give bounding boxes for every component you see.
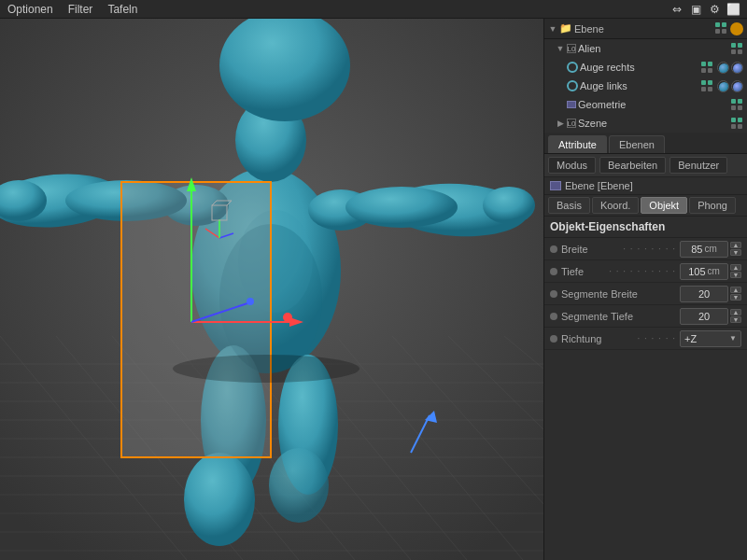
prop-arrow-down-seg-tiefe[interactable]: ▼ xyxy=(730,316,741,323)
expand-icon[interactable]: ▼ xyxy=(548,24,557,34)
prop-value-seg-breite[interactable]: 20 xyxy=(680,286,728,302)
tab-koord[interactable]: Koord. xyxy=(592,197,639,214)
svg-point-36 xyxy=(184,453,255,546)
prop-unit-breite: cm xyxy=(704,244,716,254)
alien-label: Alien xyxy=(578,43,729,54)
tab-ebenen[interactable]: Ebenen xyxy=(609,135,665,153)
scene-item-szene[interactable]: ▶ L0 Szene xyxy=(544,114,747,133)
viewport-3d[interactable] xyxy=(0,19,543,560)
prop-name-richtung: Richtung xyxy=(561,333,633,344)
prop-arrow-up-seg-breite[interactable]: ▲ xyxy=(730,287,741,293)
prop-value-tiefe[interactable]: 105 cm xyxy=(680,263,728,280)
mode-bar: Modus Bearbeiten Benutzer xyxy=(544,154,747,177)
hierarchy-header: ▼ 📁 Ebene xyxy=(544,19,747,39)
tab-attribute[interactable]: Attribute xyxy=(548,135,607,153)
visibility-dots[interactable] xyxy=(715,22,727,35)
scene-item-alien[interactable]: ▼ L0 Alien xyxy=(544,39,747,58)
sphere-preview2-rechts xyxy=(731,62,743,74)
szene-label: Szene xyxy=(578,118,729,129)
alien-expand-icon[interactable]: ▼ xyxy=(556,44,565,53)
object-label-row: Ebene [Ebene] xyxy=(544,177,747,195)
prop-value-container-seg-tiefe: 20 ▲ ▼ xyxy=(680,308,741,325)
prop-row-breite: Breite · · · · · · · · 85 cm ▲ ▼ xyxy=(544,238,747,260)
prop-arrow-down-seg-breite[interactable]: ▼ xyxy=(730,294,741,301)
prop-dot-breite xyxy=(550,245,557,253)
prop-name-seg-breite: Segmente Breite xyxy=(561,288,676,300)
prop-arrow-down-tiefe[interactable]: ▼ xyxy=(730,272,741,278)
prop-arrow-down-breite[interactable]: ▼ xyxy=(730,249,741,256)
auge-links-icons xyxy=(701,80,743,92)
maximize-icon[interactable]: ⬜ xyxy=(726,3,740,16)
object-plane-icon xyxy=(550,181,561,190)
menu-optionen[interactable]: Optionen xyxy=(7,3,53,16)
geo-vis[interactable] xyxy=(731,99,743,111)
right-panel: ▼ 📁 Ebene ▼ L0 Alien xyxy=(543,19,747,560)
prop-value-container-tiefe: 105 cm ▲ ▼ xyxy=(680,263,741,280)
alien-vis-dots[interactable] xyxy=(731,43,743,55)
prop-value-container-richtung: +Z ▼ xyxy=(680,330,741,347)
prop-arrows-seg-breite: ▲ ▼ xyxy=(730,287,741,301)
menu-tafeln[interactable]: Tafeln xyxy=(107,3,137,16)
main-layout: ▼ 📁 Ebene ▼ L0 Alien xyxy=(0,19,747,560)
menu-filter[interactable]: Filter xyxy=(68,3,93,16)
auge-rechts-vis[interactable] xyxy=(701,62,713,74)
prop-dots-richtung: · · · · · · xyxy=(637,333,676,343)
alien-icons xyxy=(731,43,743,55)
viewport-svg xyxy=(0,19,543,560)
svg-point-33 xyxy=(345,187,458,228)
prop-value-seg-tiefe[interactable]: 20 xyxy=(680,308,728,325)
settings-icon[interactable]: ⚙ xyxy=(708,3,721,16)
prop-unit-tiefe: cm xyxy=(708,266,720,276)
auge-rechts-icons xyxy=(701,62,743,74)
prop-arrow-up-breite[interactable]: ▲ xyxy=(730,242,741,248)
menu-bar: Optionen Filter Tafeln ⇔ ▣ ⚙ ⬜ xyxy=(0,0,747,19)
l0-badge-szene: L0 xyxy=(567,119,576,128)
prop-value-breite[interactable]: 85 cm xyxy=(680,241,728,258)
svg-point-37 xyxy=(269,448,329,523)
tab-objekt[interactable]: Objekt xyxy=(641,197,687,214)
geo-plane-icon xyxy=(567,101,576,108)
sphere-preview-links xyxy=(717,80,729,92)
arrows-icon[interactable]: ⇔ xyxy=(670,3,684,16)
prop-arrow-up-tiefe[interactable]: ▲ xyxy=(730,264,741,271)
dropdown-arrow-icon: ▼ xyxy=(729,334,737,343)
szene-vis[interactable] xyxy=(731,118,743,130)
l0-badge-alien: L0 xyxy=(567,44,576,53)
scene-item-auge-rechts[interactable]: Auge rechts xyxy=(544,58,747,77)
menu-icons: ⇔ ▣ ⚙ ⬜ xyxy=(670,3,740,16)
auge-links-label: Auge links xyxy=(580,80,699,91)
auge-rechts-label: Auge rechts xyxy=(580,62,699,73)
sphere-preview2-links xyxy=(731,80,743,92)
tab-basis[interactable]: Basis xyxy=(548,197,590,214)
prop-value-container-breite: 85 cm ▲ ▼ xyxy=(680,241,741,258)
scene-item-geometrie[interactable]: Geometrie xyxy=(544,95,747,114)
bearbeiten-button[interactable]: Bearbeiten xyxy=(599,157,666,174)
prop-arrows-tiefe: ▲ ▼ xyxy=(730,264,741,278)
prop-row-richtung: Richtung · · · · · · +Z ▼ xyxy=(544,328,747,350)
scene-item-auge-links[interactable]: Auge links xyxy=(544,77,747,95)
svg-point-46 xyxy=(247,298,254,305)
svg-point-56 xyxy=(173,355,359,383)
prop-dropdown-richtung[interactable]: +Z ▼ xyxy=(680,330,741,347)
orange-dot xyxy=(730,22,743,35)
prop-arrow-up-seg-tiefe[interactable]: ▲ xyxy=(730,309,741,315)
prop-arrows-seg-tiefe: ▲ ▼ xyxy=(730,309,741,323)
sub-tabs-row: Basis Koord. Objekt Phong xyxy=(544,195,747,217)
tab-phong[interactable]: Phong xyxy=(689,197,736,214)
attribute-tabs: Attribute Ebenen xyxy=(544,133,747,154)
richtung-value: +Z xyxy=(684,333,697,344)
benutzer-button[interactable]: Benutzer xyxy=(669,157,727,174)
ebene-folder-icon: 📁 xyxy=(559,22,572,35)
prop-dots-breite: · · · · · · · · xyxy=(623,244,676,254)
szene-expand-icon[interactable]: ▶ xyxy=(556,119,565,128)
eye-icon-rechts xyxy=(567,62,578,73)
prop-row-seg-breite: Segmente Breite 20 ▲ ▼ xyxy=(544,283,747,305)
geometrie-label: Geometrie xyxy=(578,99,729,110)
hierarchy-title: Ebene xyxy=(574,23,604,35)
modus-button[interactable]: Modus xyxy=(548,157,596,174)
auge-links-vis[interactable] xyxy=(701,80,713,92)
prop-dot-seg-tiefe xyxy=(550,313,557,320)
monitor-icon[interactable]: ▣ xyxy=(689,3,702,16)
prop-row-seg-tiefe: Segmente Tiefe 20 ▲ ▼ xyxy=(544,305,747,328)
geometrie-icons xyxy=(731,99,743,111)
